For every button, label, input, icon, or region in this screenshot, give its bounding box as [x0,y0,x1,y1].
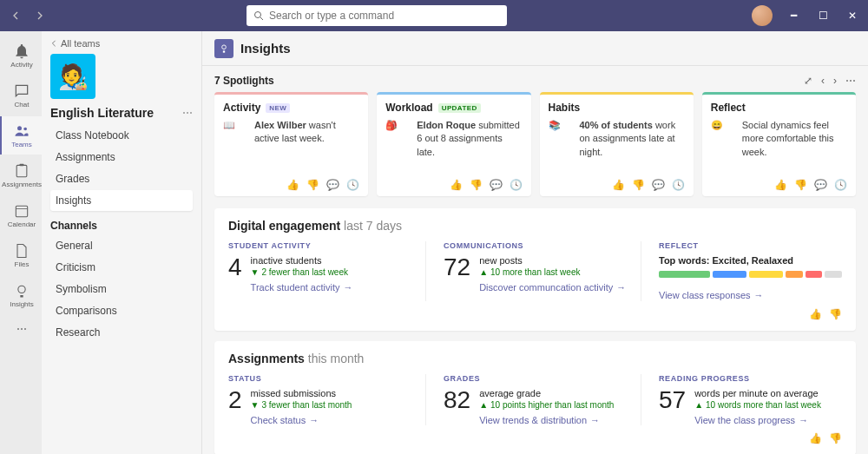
check-status-link[interactable]: Check status → [251,415,319,425]
chat-icon[interactable]: 💬 [814,179,827,191]
channel-research[interactable]: Research [50,322,193,343]
chat-icon[interactable]: 💬 [490,179,503,191]
thumbs-up-icon[interactable]: 👍 [450,179,463,191]
team-nav: Class Notebook Assignments Grades Insigh… [50,125,193,211]
faces-icon: 😄 [711,119,735,143]
thumbs-down-icon[interactable]: 👎 [794,179,807,191]
team-more-icon[interactable]: ⋯ [182,107,193,119]
svg-point-6 [18,286,25,293]
student-activity-col: STUDENT ACTIVITY 4inactive students▼2 fe… [228,241,426,301]
rail-files[interactable]: Files [0,236,42,274]
rail-teams[interactable]: Teams [0,116,42,155]
nav-back-icon[interactable] [7,7,24,24]
status-col: STATUS 2missed submissions▼3 fewer than … [228,374,426,425]
svg-rect-5 [16,206,27,217]
chat-icon[interactable]: 💬 [326,179,339,191]
page-title: Insights [240,41,291,56]
clock-icon[interactable]: 🕓 [510,179,523,191]
next-icon[interactable]: › [833,75,837,87]
thumbs-down-icon[interactable]: 👎 [306,179,319,191]
window-minimize-icon[interactable]: ━ [785,7,802,24]
page-header: Insights [202,31,868,66]
window-close-icon[interactable]: ✕ [844,7,861,24]
track-activity-link[interactable]: Track student activity → [251,282,353,293]
prev-icon[interactable]: ‹ [821,75,825,87]
user-avatar[interactable] [752,5,773,26]
channel-comparisons[interactable]: Comparisons [50,300,193,321]
card-workload[interactable]: WorkloadUPDATED 🎒Eldon Roque submitted 6… [377,92,530,196]
rail-chat[interactable]: Chat [0,76,42,115]
search-icon [253,10,264,21]
svg-point-0 [255,12,261,18]
svg-rect-3 [16,165,27,176]
clock-icon[interactable]: 🕓 [834,179,847,191]
spotlight-cards: ActivityNEW 📖Alex Wilber wasn't active l… [214,92,856,196]
svg-rect-4 [20,164,24,167]
panel-thumbs-down-icon[interactable]: 👎 [829,308,842,320]
nav-grades[interactable]: Grades [50,168,193,189]
grades-col: GRADES 82average grade▲10 points higher … [444,374,641,425]
team-sidebar: All teams 🧑‍🎨 English Literature⋯ Class … [42,31,202,454]
chat-icon[interactable]: 💬 [652,179,665,191]
insights-app-icon [214,39,233,58]
clock-icon[interactable]: 🕓 [672,179,685,191]
view-responses-link[interactable]: View class responses → [659,290,764,300]
panel-thumbs-down-icon[interactable]: 👎 [829,432,842,444]
panel-thumbs-up-icon[interactable]: 👍 [809,432,822,444]
rail-activity[interactable]: Activity [0,36,42,75]
search-box[interactable] [247,5,507,26]
thumbs-up-icon[interactable]: 👍 [286,179,299,191]
discover-comms-link[interactable]: Discover communcation activity → [479,282,626,293]
window-maximize-icon[interactable]: ☐ [814,7,832,24]
engagement-panel: Digital engagement last 7 days STUDENT A… [214,208,856,331]
team-title: English Literature [50,106,154,120]
rail-more-icon[interactable]: ⋯ [0,316,42,342]
main-area: Insights 7 Spotlights ⤢ ‹ › ⋯ ActivityNE… [202,31,868,454]
backpack-icon: 🎒 [385,119,410,143]
nav-insights[interactable]: Insights [50,190,193,211]
channels-header: Channels [50,220,193,232]
spotlights-count: 7 Spotlights [214,75,274,87]
reading-col: READING PROGRESS 57words per minute on a… [659,374,842,425]
thumbs-up-icon[interactable]: 👍 [612,179,625,191]
clock-icon[interactable]: 🕓 [346,179,359,191]
svg-point-1 [17,126,22,130]
title-bar: ━ ☐ ✕ [0,0,868,31]
thumbs-down-icon[interactable]: 👎 [470,179,483,191]
channel-symbolism[interactable]: Symbolism [50,279,193,299]
books-icon: 📚 [549,119,573,143]
spotlights-more-icon[interactable]: ⋯ [845,75,856,87]
card-reflect[interactable]: Reflect 😄Social dynamics feel more comfo… [702,92,856,196]
channel-general[interactable]: General [50,235,193,256]
card-activity[interactable]: ActivityNEW 📖Alex Wilber wasn't active l… [214,92,368,196]
thumbs-down-icon[interactable]: 👎 [632,179,645,191]
rail-insights[interactable]: Insights [0,276,42,314]
collapse-icon[interactable]: ⤢ [804,75,812,87]
book-icon: 📖 [223,119,247,143]
svg-point-7 [222,44,227,49]
card-habits[interactable]: Habits 📚40% of students work on assignme… [540,92,694,196]
all-teams-link[interactable]: All teams [50,38,193,49]
app-rail: Activity Chat Teams Assignments Calendar… [0,31,42,454]
nav-class-notebook[interactable]: Class Notebook [50,125,193,146]
rail-calendar[interactable]: Calendar [0,196,42,234]
view-trends-link[interactable]: View trends & distribution → [479,415,600,425]
communications-col: COMMUNICATIONS 72new posts▲10 more than … [444,241,641,301]
view-progress-link[interactable]: View the class progress → [694,415,808,425]
channels-list: General Criticism Symbolism Comparisons … [50,235,193,343]
search-input[interactable] [269,10,500,22]
assignments-panel: Assignments this month STATUS 2missed su… [214,341,856,454]
reflect-bars [659,271,842,278]
nav-assignments[interactable]: Assignments [50,147,193,168]
svg-point-2 [23,128,27,131]
channel-criticism[interactable]: Criticism [50,257,193,278]
rail-assignments[interactable]: Assignments [0,156,42,194]
team-avatar[interactable]: 🧑‍🎨 [50,54,95,99]
panel-thumbs-up-icon[interactable]: 👍 [809,308,822,320]
reflect-col: REFLECT Top words: Excited, Realaxed Vie… [659,241,842,301]
nav-forward-icon[interactable] [31,7,49,24]
thumbs-up-icon[interactable]: 👍 [774,179,787,191]
